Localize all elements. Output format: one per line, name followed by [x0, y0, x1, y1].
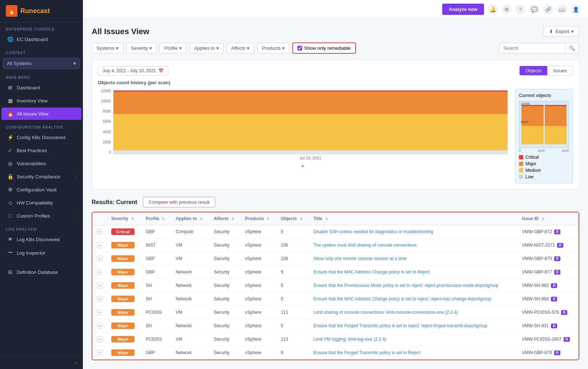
expand-btn-9[interactable]: +	[97, 350, 103, 356]
link-icon[interactable]: 🔗	[543, 4, 553, 15]
sidebar-item-inventory-view[interactable]: ▦ Inventory View	[1, 94, 81, 107]
title-link-0[interactable]: Disable SSH unless needed for diagnostic…	[313, 229, 433, 234]
title-link-1[interactable]: The system must limit sharing of console…	[313, 243, 417, 248]
products-chevron-icon: ▾	[282, 45, 285, 51]
expand-btn-0[interactable]: +	[97, 229, 103, 235]
sidebar-item-dashboard[interactable]: ⊞ Dashboard	[1, 81, 81, 94]
sidebar-item-vulnerabilities[interactable]: ◎ Vulnerabilities	[1, 157, 81, 170]
th-affects[interactable]: Affects ⇅	[209, 212, 241, 225]
gear-icon[interactable]: ⚙	[501, 4, 512, 15]
th-objects[interactable]: Objects ⇅	[276, 212, 309, 225]
title-link-6[interactable]: Limit sharing of console connections: li…	[313, 310, 458, 315]
applies-to-filter-btn[interactable]: Applies to ▾	[189, 43, 224, 53]
notifications-icon[interactable]: 🔔	[488, 4, 498, 15]
title-link-9[interactable]: Ensure that the Forged Transmits policy …	[313, 350, 420, 355]
title-link-4[interactable]: Ensure that the Promiscuous Mode policy …	[313, 283, 499, 288]
title-link-8[interactable]: Limit VM logging: limit-log-size (2.2.4)	[313, 337, 386, 342]
user-icon[interactable]: 👤	[571, 4, 581, 15]
products-filter-btn[interactable]: Products ▾	[257, 43, 289, 53]
sidebar-item-best-practices[interactable]: ✓ Best Practices	[1, 144, 81, 157]
expand-btn-3[interactable]: +	[97, 269, 103, 275]
globe-icon: 🌐	[7, 36, 13, 42]
row-title-6[interactable]: Limit sharing of console connections: li…	[309, 306, 517, 319]
row-expand-3[interactable]: +	[92, 265, 107, 279]
export-button[interactable]: ⬇ Export ▾	[544, 26, 579, 37]
row-title-4[interactable]: Ensure that the Promiscuous Mode policy …	[309, 279, 517, 292]
row-expand-8[interactable]: +	[92, 333, 107, 346]
row-applies-to-0: Compute	[171, 225, 209, 239]
severity-badge-1: Major	[111, 242, 135, 248]
th-expand	[92, 212, 107, 225]
book-icon[interactable]: 📖	[557, 4, 567, 15]
row-title-9[interactable]: Ensure that the Forged Transmits policy …	[309, 346, 517, 360]
legend-critical-label: Critical	[525, 155, 539, 160]
title-link-3[interactable]: Ensure that the MAC Address Change polic…	[313, 269, 430, 275]
row-title-3[interactable]: Ensure that the MAC Address Change polic…	[309, 265, 517, 279]
sidebar-item-security-compliance[interactable]: 🔒 Security Compliance ›	[1, 170, 81, 183]
tab-objects[interactable]: Objects	[520, 66, 547, 75]
row-title-7[interactable]: Ensure that the Forged Transmits policy …	[309, 319, 517, 333]
affects-filter-btn[interactable]: Affects ▾	[227, 43, 255, 53]
th-title[interactable]: Title ⇅	[309, 212, 517, 225]
sidebar-item-ec-dashboard[interactable]: 🌐 EC Dashboard	[1, 33, 81, 45]
title-link-2[interactable]: Allow only one remote console session at…	[313, 256, 407, 261]
th-products[interactable]: Products ⇅	[241, 212, 276, 225]
th-severity[interactable]: Severity ⇅	[107, 212, 141, 225]
sidebar-item-config-kbs[interactable]: ⚡ Config KBs Discovered	[1, 131, 81, 143]
sort-applies-icon: ⇅	[200, 217, 203, 221]
row-expand-7[interactable]: +	[92, 319, 107, 333]
chart-collapse-btn[interactable]: ▲	[98, 162, 508, 168]
expand-btn-5[interactable]: +	[97, 296, 103, 302]
context-select[interactable]: All Systems ▾	[3, 58, 80, 69]
expand-btn-8[interactable]: +	[97, 336, 103, 342]
th-profile[interactable]: Profile ⇅	[141, 212, 172, 225]
current-objects-title: Current objects	[519, 93, 569, 98]
row-title-1[interactable]: The system must limit sharing of console…	[309, 239, 517, 252]
th-issue-id[interactable]: Issue ID ⇅	[517, 212, 579, 225]
search-button[interactable]: 🔍	[565, 43, 579, 53]
row-expand-5[interactable]: +	[92, 292, 107, 306]
expand-btn-2[interactable]: +	[97, 256, 103, 261]
definition-database-label: Definition Database	[17, 269, 58, 275]
date-range-button[interactable]: July 4, 2021 - July 10, 2021 📅	[98, 66, 168, 76]
expand-btn-1[interactable]: +	[97, 242, 103, 248]
row-title-0[interactable]: Disable SSH unless needed for diagnostic…	[309, 225, 517, 239]
row-title-5[interactable]: Ensure that the MAC Address Change polic…	[309, 292, 517, 306]
sidebar: 🔥 Runecast ENTERPRISE CONSOLE 🌐 EC Dashb…	[0, 0, 83, 369]
help-icon[interactable]: ?	[515, 4, 525, 15]
show-remediable-checkbox-label[interactable]: Show only remediable	[292, 42, 356, 54]
sidebar-item-configuration-vault[interactable]: ⚙ Configuration Vault	[1, 183, 81, 196]
severity-filter-btn[interactable]: Severity ▾	[126, 43, 157, 53]
title-link-5[interactable]: Ensure that the MAC Address Change polic…	[313, 296, 491, 301]
systems-filter-btn[interactable]: Systems ▾	[92, 43, 123, 53]
show-remediable-checkbox[interactable]	[297, 46, 302, 50]
analyze-now-button[interactable]: Analyze now	[442, 4, 484, 15]
sidebar-item-custom-profiles[interactable]: □ Custom Profiles ›	[1, 210, 81, 222]
row-expand-9[interactable]: +	[92, 346, 107, 360]
expand-btn-7[interactable]: +	[97, 323, 103, 329]
row-expand-1[interactable]: +	[92, 239, 107, 252]
sidebar-item-hw-compatibility[interactable]: ◇ HW Compatibility	[1, 196, 81, 209]
expand-btn-4[interactable]: +	[97, 283, 103, 288]
sidebar-item-log-kbs[interactable]: 👁 Log KBs Discovered	[1, 233, 81, 246]
sidebar-collapse-btn[interactable]: ‹‹	[0, 356, 83, 369]
row-expand-2[interactable]: +	[92, 252, 107, 265]
chat-icon[interactable]: 💬	[529, 4, 539, 15]
row-expand-0[interactable]: +	[92, 225, 107, 239]
tab-issues[interactable]: Issues	[547, 66, 573, 75]
row-title-2[interactable]: Allow only one remote console session at…	[309, 252, 517, 265]
sidebar-item-log-inspector[interactable]: 〜 Log Inspector	[1, 246, 81, 259]
row-expand-4[interactable]: +	[92, 279, 107, 292]
title-link-7[interactable]: Ensure that the Forged Transmits policy …	[313, 323, 487, 328]
search-input[interactable]	[500, 43, 565, 53]
row-expand-6[interactable]: +	[92, 306, 107, 319]
profile-filter-btn[interactable]: Profile ▾	[160, 43, 187, 53]
bar-medium	[113, 114, 508, 150]
th-applies-to[interactable]: Applies to ⇅	[171, 212, 209, 225]
sidebar-item-definition-database[interactable]: ⊟ Definition Database	[1, 266, 81, 278]
compare-button[interactable]: Compare with previous result	[143, 197, 215, 207]
sidebar-item-all-issues-view[interactable]: 🔥 All Issues View	[1, 108, 81, 120]
row-title-8[interactable]: Limit VM logging: limit-log-size (2.2.4)	[309, 333, 517, 346]
expand-btn-6[interactable]: +	[97, 309, 103, 315]
remediable-badge-3: R	[554, 270, 560, 275]
